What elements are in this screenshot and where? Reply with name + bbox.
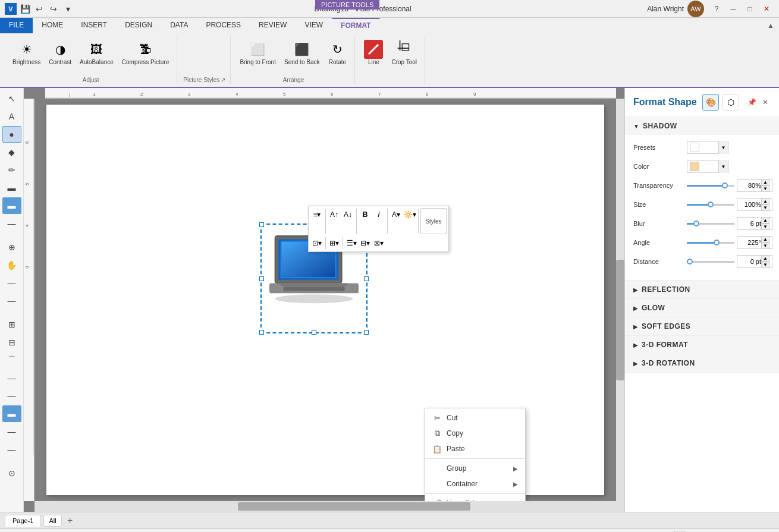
undo-btn[interactable]: ↩	[33, 3, 45, 15]
fp-pin-btn[interactable]: 📌	[745, 97, 759, 108]
pointer-tool[interactable]: ↖	[2, 90, 21, 107]
tool-a[interactable]: ⊞	[2, 316, 21, 333]
angle-slider[interactable]	[687, 242, 734, 244]
scrollbar-v-thumb[interactable]	[616, 260, 624, 380]
presets-arrow[interactable]: ▼	[718, 141, 728, 154]
blur-down[interactable]: ▼	[761, 223, 769, 230]
ftb-paragraph-btn[interactable]: ≡▾	[310, 208, 323, 221]
ftb-font-down-btn[interactable]: A↓	[341, 208, 354, 221]
connector-tool[interactable]: ◆	[2, 144, 21, 160]
fp-fill-icon[interactable]: 🎨	[702, 94, 719, 111]
size-down[interactable]: ▼	[761, 204, 769, 211]
brightness-btn[interactable]: ☀ Brightness	[10, 38, 43, 68]
tab-view[interactable]: VIEW	[296, 18, 332, 33]
scrollbar-h[interactable]	[34, 501, 616, 512]
blur-thumb[interactable]	[693, 221, 699, 226]
pencil-tool[interactable]: ✏	[2, 162, 21, 178]
handle-ml[interactable]	[259, 276, 264, 281]
shape-tool[interactable]: ▬	[2, 180, 21, 196]
rotate-btn[interactable]: ↻ Rotate	[325, 38, 350, 68]
scrollbar-h-thumb[interactable]	[238, 502, 470, 511]
text-tool[interactable]: A	[2, 108, 21, 125]
presets-combo[interactable]: ▼	[687, 141, 728, 154]
shape7[interactable]: —	[2, 423, 21, 440]
blur-up[interactable]: ▲	[761, 217, 769, 223]
transparency-slider[interactable]	[687, 185, 734, 187]
fp-close-btn[interactable]: ✕	[760, 97, 771, 108]
blur-slider[interactable]	[687, 223, 734, 225]
shape8[interactable]: —	[2, 441, 21, 458]
minimize-btn[interactable]: ─	[725, 3, 741, 15]
tab-insert[interactable]: INSERT	[72, 18, 116, 33]
transparency-down[interactable]: ▼	[761, 185, 769, 192]
ftb-italic-btn[interactable]: I	[372, 208, 385, 221]
distance-slider[interactable]	[687, 261, 734, 263]
shape5[interactable]: —	[2, 388, 21, 404]
shape4[interactable]: —	[2, 370, 21, 386]
color-combo[interactable]: ▼	[687, 160, 728, 173]
tab-file[interactable]: FILE	[0, 18, 33, 33]
soft-edges-header[interactable]: ▶ SOFT EDGES	[625, 317, 779, 335]
shape6[interactable]: ▬	[2, 405, 21, 422]
ftb-align-btn[interactable]: ⊡▾	[310, 237, 323, 250]
handle-tl[interactable]	[259, 222, 264, 227]
ftb-styles-btn[interactable]: Styles	[420, 208, 447, 234]
tab-data[interactable]: DATA	[161, 18, 197, 33]
transparency-up[interactable]: ▲	[761, 179, 769, 185]
compress-btn[interactable]: 🗜 Compress Picture	[119, 38, 172, 68]
bring-to-front-btn[interactable]: ⬜ Bring to Front	[237, 38, 279, 68]
size-up[interactable]: ▲	[761, 198, 769, 204]
close-btn[interactable]: ✕	[759, 3, 774, 15]
tab-format[interactable]: FORMAT	[332, 18, 379, 33]
ftb-font-up-btn[interactable]: A↑	[328, 208, 341, 221]
shadow-section-header[interactable]: ▼ SHADOW	[625, 117, 779, 135]
shape2[interactable]: —	[2, 275, 21, 291]
save-btn[interactable]: 💾	[19, 3, 31, 15]
help-tool[interactable]: ⊙	[2, 465, 21, 481]
selected-tool[interactable]: ▬	[2, 197, 21, 214]
line-shape[interactable]: —	[2, 215, 21, 232]
customize-btn[interactable]: ▾	[62, 3, 74, 15]
contrast-btn[interactable]: ◑ Contrast	[46, 38, 74, 68]
transparency-thumb[interactable]	[722, 182, 728, 188]
autobalance-btn[interactable]: 🖼 AutoBalance	[77, 38, 117, 68]
ftb-indent-btn[interactable]: ⊞▾	[328, 237, 341, 250]
cm-container[interactable]: Container ▶	[425, 476, 525, 492]
reflection-header[interactable]: ▶ REFLECTION	[625, 281, 779, 298]
connection-tool[interactable]: ●	[2, 126, 21, 143]
ftb-color-btn[interactable]: A▾	[390, 208, 403, 221]
cm-paste[interactable]: 📋 Paste	[425, 441, 525, 457]
size-slider[interactable]	[687, 204, 734, 206]
line-btn[interactable]: Line	[361, 38, 386, 68]
distance-down[interactable]: ▼	[761, 262, 769, 268]
3d-rotation-header[interactable]: ▶ 3-D ROTATION	[625, 354, 779, 372]
canvas-area[interactable]: ≡▾ A↑ A↓ B I A▾ 🔆▾ Styles ⊡▾	[34, 99, 616, 501]
redo-btn[interactable]: ↪	[48, 3, 59, 15]
tool-b[interactable]: ⊟	[2, 334, 21, 351]
cm-group[interactable]: Group ▶	[425, 461, 525, 476]
handle-br[interactable]	[364, 330, 369, 335]
cm-hyperlink[interactable]: 🔗 Hyperlink...	[425, 496, 525, 501]
ftb-bold-btn[interactable]: B	[359, 208, 372, 221]
3d-format-header[interactable]: ▶ 3-D FORMAT	[625, 336, 779, 354]
zoom-tool[interactable]: ⊕	[2, 239, 21, 256]
all-pages-btn[interactable]: All	[43, 515, 61, 527]
handle-mr[interactable]	[364, 276, 369, 281]
handle-bl[interactable]	[259, 330, 264, 335]
ribbon-collapse-btn[interactable]: ▲	[762, 18, 779, 33]
size-thumb[interactable]	[708, 202, 714, 207]
angle-down[interactable]: ▼	[761, 243, 769, 249]
page-tab-page1[interactable]: Page-1	[5, 515, 41, 527]
tool-c[interactable]: ⌒	[2, 352, 21, 369]
fp-effects-icon[interactable]: ⬡	[723, 94, 739, 111]
shape3[interactable]: —	[2, 292, 21, 309]
pan-tool[interactable]: ✋	[2, 257, 21, 273]
picture-styles-expand[interactable]: ↗	[221, 77, 225, 83]
tab-home[interactable]: HOME	[33, 18, 72, 33]
cm-cut[interactable]: ✂ Cut	[425, 410, 525, 426]
ftb-table-btn[interactable]: ⊠▾	[372, 237, 385, 250]
distance-up[interactable]: ▲	[761, 255, 769, 262]
color-arrow[interactable]: ▼	[718, 160, 728, 173]
handle-bc[interactable]	[312, 330, 316, 335]
crop-tool-btn[interactable]: Crop Tool	[388, 38, 420, 68]
